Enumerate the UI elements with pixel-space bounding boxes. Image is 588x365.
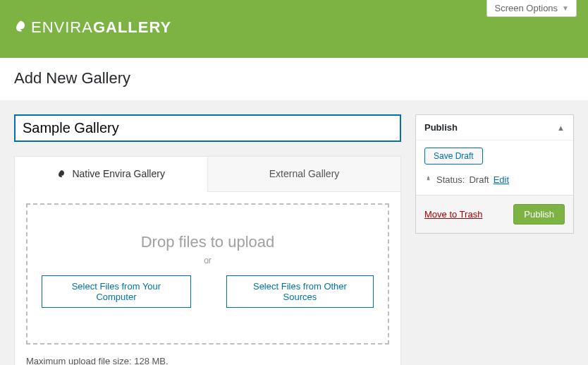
max-upload-size-note: Maximum upload file size: 128 MB. [26,356,389,365]
tab-native-gallery[interactable]: Native Envira Gallery [14,156,207,192]
page-title: Add New Gallery [14,69,574,88]
edit-status-link[interactable]: Edit [494,174,509,185]
publish-header: Publish ▲ [416,115,573,140]
status-value: Draft [469,174,489,185]
brand-header: Screen Options ▼ ENVIRAGALLERY [0,0,588,58]
dropzone-or: or [42,256,374,265]
leaf-icon [57,170,68,180]
publish-footer: Move to Trash Publish [416,195,573,233]
upload-dropzone[interactable]: Drop files to upload or Select Files fro… [26,203,389,345]
select-files-other-button[interactable]: Select Files from Other Sources [226,275,374,308]
status-label: Status: [436,174,465,185]
page-title-bar: Add New Gallery [0,58,588,100]
select-files-computer-button[interactable]: Select Files from Your Computer [42,275,191,308]
move-to-trash-link[interactable]: Move to Trash [424,209,482,220]
tab-native-label: Native Envira Gallery [72,168,165,179]
leaf-icon [14,18,27,37]
tab-external-gallery[interactable]: External Gallery [207,156,401,192]
publish-metabox: Publish ▲ Save Draft Status: Draft Edit … [415,114,574,234]
dropzone-buttons: Select Files from Your Computer Select F… [42,275,374,308]
publish-title: Publish [424,122,458,133]
logo-text-light: ENVIRA [31,18,93,37]
screen-options-button[interactable]: Screen Options ▼ [486,0,577,17]
gallery-title-input[interactable] [14,114,401,142]
collapse-toggle-icon[interactable]: ▲ [557,124,565,132]
tab-external-label: External Gallery [269,168,340,179]
save-draft-button[interactable]: Save Draft [424,148,483,164]
publish-button[interactable]: Publish [513,204,565,225]
gallery-source-tabs: Native Envira Gallery External Gallery [14,156,401,192]
logo-text-bold: GALLERY [93,18,171,37]
status-row: Status: Draft Edit [424,174,565,185]
caret-down-icon: ▼ [562,4,569,12]
publish-body: Save Draft Status: Draft Edit Move to Tr… [416,140,573,233]
tab-panel-native: Drop files to upload or Select Files fro… [14,192,401,365]
title-input-wrap [14,114,401,142]
screen-options-label: Screen Options [494,3,558,13]
dropzone-title: Drop files to upload [42,233,374,251]
pin-icon [424,174,432,185]
